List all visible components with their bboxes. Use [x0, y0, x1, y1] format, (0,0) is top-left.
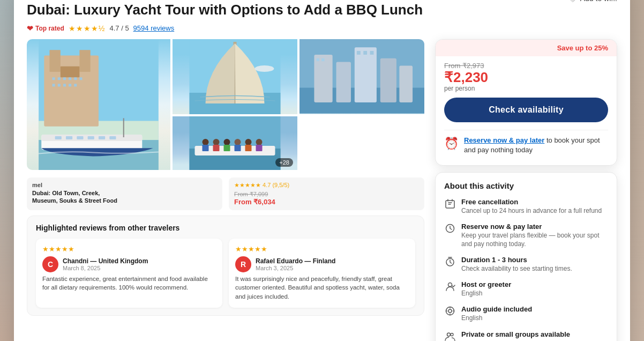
svg-rect-14	[58, 84, 61, 86]
svg-rect-21	[66, 136, 72, 139]
svg-rect-17	[74, 84, 77, 86]
svg-rect-36	[380, 58, 396, 102]
pricing-card: Save up to 25% From ₹2,973 ₹2,230 per pe…	[435, 39, 617, 166]
svg-rect-33	[314, 54, 332, 102]
clock-icon	[444, 223, 456, 236]
photo-main[interactable]	[27, 39, 170, 170]
wishlist-label: Add to wi...	[580, 0, 617, 3]
top-rated-badge: ❤ Top rated	[27, 24, 64, 33]
feature-duration: Duration 1 - 3 hours Check availability …	[444, 256, 608, 273]
nearby-item-1[interactable]: mel Dubai: Old Town, Creek,Museum, Souks…	[27, 177, 222, 210]
svg-point-51	[256, 139, 262, 145]
about-card: About this activity Free cancellation Ca	[435, 172, 617, 341]
reviewer-avatar-2: R	[235, 256, 251, 272]
heart-icon: ❤	[27, 24, 33, 33]
svg-point-50	[245, 139, 251, 145]
photo-bottom-right[interactable]: +28	[173, 116, 297, 170]
reserve-icon: ⏰	[444, 137, 459, 151]
svg-point-48	[223, 139, 230, 145]
nearby-item-2[interactable]: ★★★★★ 4.7 (9,5/5) From ₹7,099 From ₹6,03…	[229, 177, 424, 210]
svg-rect-5	[79, 50, 90, 72]
heart-wishlist-icon: 🤍	[568, 0, 577, 3]
svg-rect-56	[245, 145, 251, 151]
svg-rect-9	[63, 77, 66, 80]
svg-rect-15	[63, 84, 66, 86]
svg-point-63	[448, 309, 452, 313]
reviewer-date-2: March 3, 2025	[256, 265, 335, 271]
reviewer-row-1: C Chandni — United Kingdom March 8, 2025	[42, 256, 216, 272]
stars-display: ★★★★½	[69, 24, 106, 33]
review-card-1: ★★★★★ C Chandni — United Kingdom March 8…	[36, 239, 222, 308]
svg-rect-37	[399, 65, 413, 102]
svg-rect-20	[55, 136, 62, 139]
price-area: From ₹2,973 ₹2,230 per person Check avai…	[436, 56, 617, 165]
svg-rect-26	[123, 118, 124, 137]
reviews-link[interactable]: 9594 reviews	[133, 24, 175, 32]
svg-rect-41	[363, 51, 367, 55]
top-rated-label: Top rated	[35, 25, 64, 32]
save-banner: Save up to 25%	[436, 40, 617, 56]
nearby-strip: mel Dubai: Old Town, Creek,Museum, Souks…	[27, 177, 424, 210]
reviewer-name-2: Rafael Eduardo — Finland	[256, 257, 335, 265]
nearby-rating-2: ★★★★★ 4.7 (9,5/5)	[234, 182, 419, 189]
svg-rect-54	[223, 145, 230, 151]
svg-rect-55	[234, 145, 241, 151]
feature-host-text: Host or greeter English	[461, 280, 511, 298]
feature-private-groups-text: Private or small groups available	[461, 330, 570, 338]
review-stars-1: ★★★★★	[42, 245, 216, 253]
reviews-section-title: Highlighted reviews from other travelers	[36, 224, 415, 232]
check-availability-button[interactable]: Check availability	[444, 98, 608, 122]
review-text-2: It was surprisingly nice and peacefully,…	[235, 275, 409, 301]
nearby-name-1: mel	[32, 182, 217, 188]
reviewer-info-1: Chandni — United Kingdom March 8, 2025	[63, 257, 148, 271]
svg-rect-40	[357, 51, 361, 55]
svg-rect-34	[336, 62, 351, 102]
reserve-link[interactable]: Reserve now & pay later	[464, 136, 544, 144]
per-person-label: per person	[444, 85, 608, 92]
svg-point-65	[451, 333, 453, 336]
original-price: From ₹2,973	[444, 62, 608, 70]
rating-row: ❤ Top rated ★★★★½ 4.7 / 5 9594 reviews	[27, 24, 617, 33]
feature-audio: Audio guide included English	[444, 305, 608, 322]
reviewer-avatar-1: C	[42, 256, 58, 272]
review-text-1: Fantastic experience, great entertainmen…	[42, 275, 216, 292]
reviewer-info-2: Rafael Eduardo — Finland March 3, 2025	[256, 257, 335, 271]
left-column: +28 mel Dubai: Old Town, Creek,Museum, S…	[27, 39, 424, 341]
main-card: WATER ACTIVITY Dubai: Luxury Yacht Tour …	[14, 0, 630, 341]
reviews-grid: ★★★★★ C Chandni — United Kingdom March 8…	[36, 239, 415, 308]
svg-rect-52	[202, 145, 208, 151]
review-stars-2: ★★★★★	[235, 245, 409, 253]
svg-point-47	[213, 139, 219, 145]
svg-rect-16	[69, 84, 71, 86]
current-price: ₹2,230	[444, 70, 608, 85]
reviewer-date-1: March 8, 2025	[63, 265, 148, 271]
feature-duration-text: Duration 1 - 3 hours Check availability …	[461, 256, 572, 273]
nearby-price-new-2: From ₹6,034	[234, 198, 275, 206]
duration-icon	[444, 256, 456, 270]
right-panel: Save up to 25% From ₹2,973 ₹2,230 per pe…	[435, 39, 617, 341]
photo-count-badge[interactable]: +28	[275, 158, 293, 167]
svg-rect-25	[109, 136, 116, 139]
svg-rect-23	[88, 136, 94, 139]
svg-rect-39	[321, 58, 324, 61]
about-title: About this activity	[444, 181, 608, 190]
card-header: WATER ACTIVITY Dubai: Luxury Yacht Tour …	[14, 0, 630, 39]
reserve-row: ⏰ Reserve now & pay later to book your s…	[444, 130, 608, 157]
feature-host: Host or greeter English	[444, 280, 608, 298]
nearby-pricing-2: From ₹7,099 From ₹6,034	[234, 190, 419, 206]
wishlist-button[interactable]: 🤍 Add to wi...	[568, 0, 617, 3]
audio-icon	[444, 306, 456, 319]
feature-free-cancellation-text: Free cancellation Cancel up to 24 hours …	[461, 198, 602, 215]
photo-top-right[interactable]	[173, 39, 297, 114]
photo-grid: +28	[27, 39, 424, 170]
svg-rect-38	[316, 58, 319, 61]
feature-reserve-text: Reserve now & pay later Keep your travel…	[461, 223, 608, 248]
photo-middle-right[interactable]	[299, 39, 424, 114]
svg-rect-22	[77, 136, 83, 139]
svg-rect-10	[69, 77, 71, 80]
feature-private-groups: Private or small groups available	[444, 330, 608, 341]
reserve-text: Reserve now & pay later to book your spo…	[464, 136, 608, 155]
group-icon	[444, 331, 456, 341]
svg-rect-53	[213, 145, 219, 151]
cancellation-icon	[444, 198, 456, 212]
